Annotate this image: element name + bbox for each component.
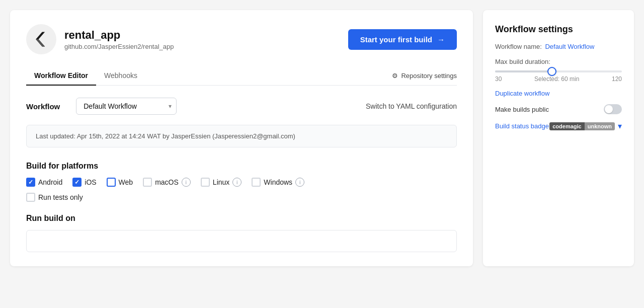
chevron-down-icon-badge[interactable]: ▾ <box>618 121 622 131</box>
start-build-button[interactable]: Start your first build → <box>348 29 457 50</box>
tab-workflow-editor[interactable]: Workflow Editor <box>26 66 96 86</box>
run-build-section: Run build on <box>26 214 457 252</box>
android-label: Android <box>38 178 62 186</box>
platform-linux[interactable]: Linux i <box>201 178 242 187</box>
app-repo: github.com/JasperEssien2/rental_app <box>64 43 174 50</box>
workflow-label: Workflow <box>26 102 60 111</box>
slider-min: 30 <box>495 75 502 83</box>
platform-web[interactable]: Web <box>107 178 133 187</box>
last-updated-banner: Last updated: Apr 15th, 2022 at 14:24 WA… <box>26 125 457 147</box>
badge-left-text: codemagic <box>549 122 584 130</box>
ios-checkbox[interactable]: ✓ <box>72 178 82 187</box>
ios-label: iOS <box>85 178 96 186</box>
slider-wrapper: 30 Selected: 60 min 120 <box>495 70 622 83</box>
workflow-name-value[interactable]: Default Workflow <box>545 43 594 50</box>
app-info: rental_app github.com/JasperEssien2/rent… <box>26 24 174 54</box>
macos-info-icon[interactable]: i <box>182 178 191 187</box>
build-status-badge-image: codemagic unknown <box>549 122 615 130</box>
tabs: Workflow Editor Webhooks <box>26 66 145 85</box>
linux-info-icon[interactable]: i <box>232 178 242 187</box>
main-panel: rental_app github.com/JasperEssien2/rent… <box>10 10 473 266</box>
slider-fill <box>495 70 552 72</box>
linux-label: Linux <box>213 178 229 186</box>
badge-right-text: unknown <box>585 122 615 130</box>
toggle-knob <box>605 105 613 113</box>
build-platforms-title: Build for platforms <box>26 162 457 171</box>
duplicate-workflow-link[interactable]: Duplicate workflow <box>495 90 622 97</box>
run-tests-label: Run tests only <box>38 193 83 201</box>
start-build-arrow: → <box>437 35 445 44</box>
run-tests-row[interactable]: Run tests only <box>26 193 457 202</box>
sidebar-panel: Workflow settings Workflow name: Default… <box>483 10 634 266</box>
windows-label: Windows <box>264 178 292 186</box>
repo-settings-label: Repository settings <box>401 72 457 80</box>
build-status-badge-link[interactable]: Build status badge <box>495 122 549 130</box>
workflow-left: Workflow Default Workflow ▾ <box>26 98 177 115</box>
workflow-select-wrapper: Default Workflow ▾ <box>76 98 177 115</box>
slider-track <box>495 70 622 72</box>
make-public-toggle[interactable] <box>604 104 622 114</box>
last-updated-text: Last updated: Apr 15th, 2022 at 14:24 WA… <box>36 132 295 140</box>
flutter-icon <box>32 30 50 48</box>
workflow-select[interactable]: Default Workflow <box>76 98 177 115</box>
workflow-name-label: Workflow name: <box>495 43 542 50</box>
badge-row: Build status badge codemagic unknown ▾ <box>495 121 622 131</box>
slider-selected: Selected: 60 min <box>534 75 579 83</box>
app-logo <box>26 24 56 54</box>
check-icon: ✓ <box>28 179 33 186</box>
app-title-group: rental_app github.com/JasperEssien2/rent… <box>64 29 174 50</box>
tabs-row: Workflow Editor Webhooks ⚙ Repository se… <box>26 66 457 86</box>
linux-checkbox[interactable] <box>201 178 210 187</box>
workflow-name-row: Workflow name: Default Workflow <box>495 42 622 51</box>
sidebar-title: Workflow settings <box>495 24 622 35</box>
workflow-row: Workflow Default Workflow ▾ Switch to YA… <box>26 98 457 115</box>
web-checkbox[interactable] <box>107 178 116 187</box>
run-build-box <box>26 230 457 252</box>
app-header: rental_app github.com/JasperEssien2/rent… <box>26 24 457 54</box>
check-icon-ios: ✓ <box>74 179 79 186</box>
platform-windows[interactable]: Windows i <box>252 178 304 187</box>
slider-range-labels: 30 Selected: 60 min 120 <box>495 75 622 83</box>
android-checkbox[interactable]: ✓ <box>26 178 35 187</box>
macos-label: macOS <box>155 178 179 186</box>
run-build-title: Run build on <box>26 214 457 223</box>
tab-webhooks[interactable]: Webhooks <box>96 66 145 86</box>
start-build-label: Start your first build <box>360 35 432 44</box>
app-name: rental_app <box>64 29 174 42</box>
svg-marker-1 <box>36 39 45 46</box>
platform-macos[interactable]: macOS i <box>143 178 191 187</box>
yaml-config-link[interactable]: Switch to YAML configuration <box>366 102 457 110</box>
platform-android[interactable]: ✓ Android <box>26 178 62 187</box>
badge-group: codemagic unknown ▾ <box>549 121 622 131</box>
run-tests-checkbox[interactable] <box>26 193 35 202</box>
make-public-label: Make builds public <box>495 106 549 113</box>
gear-icon: ⚙ <box>392 72 398 80</box>
platforms-row: ✓ Android ✓ iOS Web <box>26 178 457 187</box>
platform-ios[interactable]: ✓ iOS <box>72 178 96 187</box>
windows-checkbox[interactable] <box>252 178 261 187</box>
repo-settings-link[interactable]: ⚙ Repository settings <box>392 72 457 80</box>
slider-max: 120 <box>612 75 622 83</box>
windows-info-icon[interactable]: i <box>295 178 304 187</box>
build-platforms-section: Build for platforms ✓ Android ✓ iOS <box>26 162 457 202</box>
make-public-row: Make builds public <box>495 104 622 114</box>
macos-checkbox[interactable] <box>143 178 152 187</box>
max-build-label: Max build duration: <box>495 58 622 65</box>
web-label: Web <box>119 178 133 186</box>
slider-thumb[interactable] <box>547 67 556 76</box>
max-build-row: Max build duration: 30 Selected: 60 min … <box>495 58 622 83</box>
